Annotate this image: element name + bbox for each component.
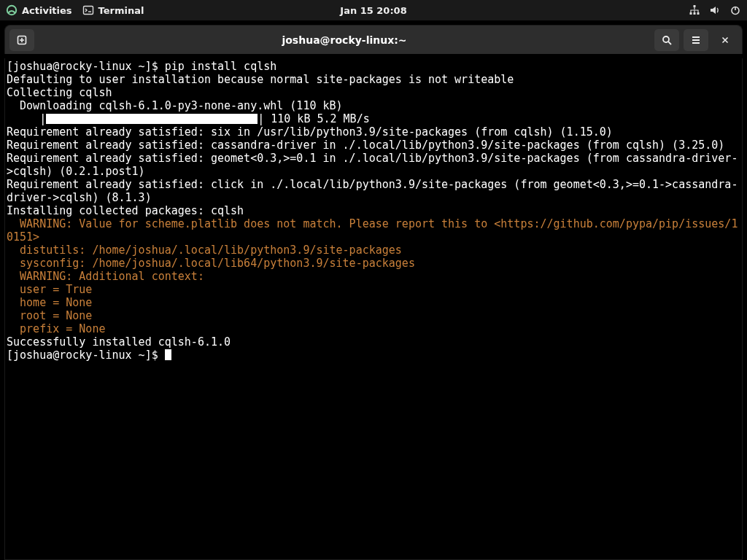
output-line: Downloading cqlsh-6.1.0-py3-none-any.whl…: [7, 99, 343, 112]
svg-point-8: [663, 36, 669, 42]
new-tab-button[interactable]: [9, 29, 34, 51]
activities-label: Activities: [22, 5, 72, 16]
search-button[interactable]: [654, 29, 679, 51]
terminal-cursor: [165, 349, 171, 360]
output-line: Installing collected packages: cqlsh: [7, 204, 244, 217]
warning-line: WARNING: Additional context:: [7, 270, 204, 283]
terminal-output: [joshua@rocky-linux ~]$ pip install cqls…: [5, 58, 742, 363]
clock[interactable]: Jan 15 20:08: [340, 5, 406, 16]
terminal-viewport[interactable]: [joshua@rocky-linux ~]$ pip install cqls…: [4, 58, 743, 560]
output-line: Requirement already satisfied: geomet<0.…: [7, 152, 738, 178]
progress-suffix: | 110 kB 5.2 MB/s: [258, 112, 370, 125]
svg-rect-1: [83, 7, 93, 15]
warning-line: root = None: [7, 309, 92, 322]
warning-line: WARNING: Value for scheme.platlib does n…: [7, 217, 738, 244]
prompt: [joshua@rocky-linux ~]$: [7, 60, 165, 73]
output-line: Collecting cqlsh: [7, 86, 112, 99]
svg-rect-5: [697, 12, 700, 15]
current-app-label: Terminal: [98, 5, 144, 16]
power-icon[interactable]: [729, 4, 741, 16]
svg-rect-4: [694, 12, 696, 15]
close-window-button[interactable]: [713, 29, 738, 51]
window-header-bar: joshua@rocky-linux:~: [4, 25, 743, 54]
gnome-top-bar: Activities Terminal Jan 15 20:08: [0, 0, 747, 20]
output-line: Requirement already satisfied: click in …: [7, 178, 738, 204]
activities-button[interactable]: Activities: [6, 4, 72, 16]
svg-rect-2: [694, 5, 696, 7]
warning-line: home = None: [7, 296, 92, 309]
current-app-indicator[interactable]: Terminal: [82, 4, 144, 16]
terminal-app-icon: [82, 4, 94, 16]
window-title: joshua@rocky-linux:~: [39, 34, 650, 46]
output-line: Successfully installed cqlsh-6.1.0: [7, 335, 231, 349]
activities-icon: [6, 4, 18, 16]
warning-line: prefix = None: [7, 322, 105, 335]
svg-rect-3: [690, 12, 692, 15]
warning-line: sysconfig: /home/joshua/.local/lib64/pyt…: [7, 257, 415, 270]
command-text: pip install cqlsh: [165, 60, 277, 73]
download-progress-bar: [46, 114, 258, 124]
output-line: Requirement already satisfied: six in /u…: [7, 125, 613, 139]
output-line: Requirement already satisfied: cassandra…: [7, 139, 724, 152]
network-icon[interactable]: [689, 4, 700, 16]
warning-line: user = True: [7, 283, 92, 296]
volume-icon[interactable]: [709, 4, 721, 16]
warning-line: distutils: /home/joshua/.local/lib/pytho…: [7, 244, 402, 257]
progress-prefix: |: [7, 112, 46, 125]
output-line: Defaulting to user installation because …: [7, 73, 514, 86]
hamburger-menu-button[interactable]: [684, 29, 708, 51]
prompt: [joshua@rocky-linux ~]$: [7, 349, 165, 362]
